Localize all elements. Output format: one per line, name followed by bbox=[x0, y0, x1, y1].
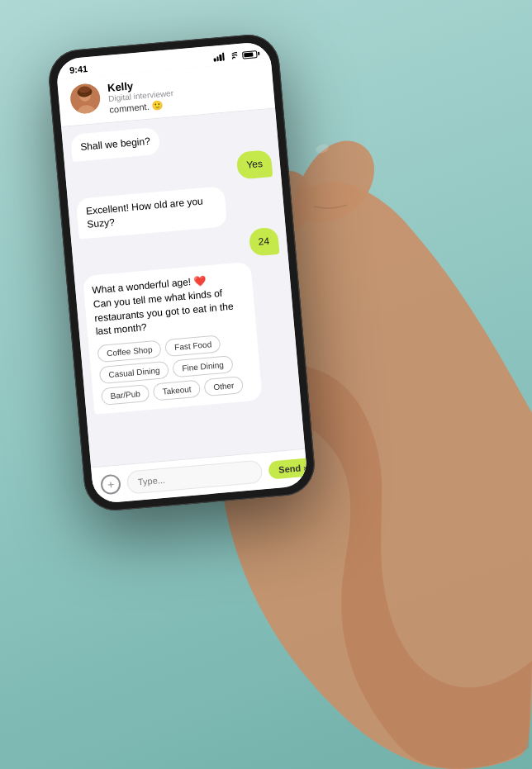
chip-casual-dining[interactable]: Casual Dining bbox=[99, 361, 170, 384]
outgoing-bubble: Yes bbox=[236, 150, 273, 179]
message-text: 24 bbox=[258, 235, 270, 248]
chip-fine-dining[interactable]: Fine Dining bbox=[173, 355, 234, 377]
incoming-bubble: Excellent! How old are you Suzy? bbox=[76, 186, 228, 240]
phone-frame: 9:41 bbox=[46, 32, 317, 513]
chips-grid: Coffee Shop Fast Food Casual Dining Fine… bbox=[97, 332, 254, 406]
plus-button[interactable]: + bbox=[100, 473, 121, 495]
battery-icon bbox=[242, 50, 258, 59]
options-message-row: What a wonderful age! ❤️Can you tell me … bbox=[83, 259, 292, 415]
chip-coffee-shop[interactable]: Coffee Shop bbox=[97, 340, 162, 363]
svg-point-0 bbox=[232, 58, 234, 59]
send-button[interactable]: Send › bbox=[268, 458, 308, 480]
message-text: Yes bbox=[246, 158, 264, 171]
chip-fast-food[interactable]: Fast Food bbox=[164, 335, 221, 357]
status-time: 9:41 bbox=[69, 64, 88, 75]
chip-takeout[interactable]: Takeout bbox=[153, 380, 202, 401]
send-arrow-icon: › bbox=[303, 463, 306, 472]
wifi-icon bbox=[227, 50, 238, 61]
message-text: Shall we begin? bbox=[80, 135, 151, 153]
messages-container: Shall we begin? Yes Excellent! How old a… bbox=[61, 108, 305, 467]
header-info: Kelly Digital interviewer comment. 🙂 bbox=[107, 69, 264, 116]
message-text: Excellent! How old are you Suzy? bbox=[85, 195, 203, 230]
signal-icon bbox=[213, 53, 225, 62]
avatar bbox=[69, 83, 102, 115]
send-label: Send bbox=[278, 463, 302, 474]
chip-bar-pub[interactable]: Bar/Pub bbox=[101, 384, 150, 406]
incoming-bubble: Shall we begin? bbox=[70, 127, 160, 162]
text-input[interactable] bbox=[126, 459, 264, 494]
options-bubble: What a wonderful age! ❤️Can you tell me … bbox=[83, 262, 263, 415]
status-icons bbox=[213, 49, 258, 63]
options-question-text: What a wonderful age! ❤️Can you tell me … bbox=[92, 271, 248, 339]
outgoing-bubble: 24 bbox=[248, 227, 279, 257]
chip-other[interactable]: Other bbox=[204, 376, 245, 396]
